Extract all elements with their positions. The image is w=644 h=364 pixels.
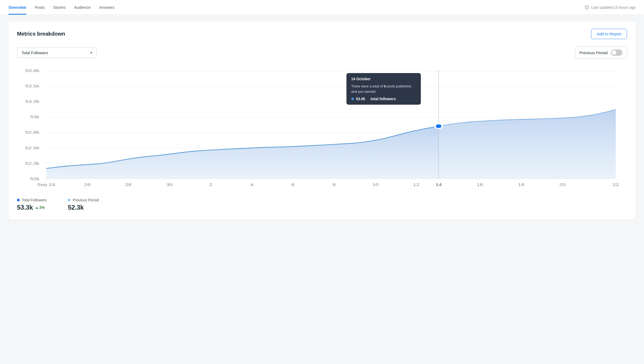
svg-text:8: 8	[332, 182, 336, 187]
controls-row: Total Followers ▾ Previous Period	[17, 46, 627, 59]
svg-text:Sep 24: Sep 24	[37, 182, 56, 187]
svg-text:18: 18	[518, 182, 524, 187]
svg-text:52k: 52k	[30, 177, 40, 181]
svg-text:53.5k: 53.5k	[25, 84, 40, 88]
svg-text:6: 6	[291, 182, 294, 187]
svg-text:52.8k: 52.8k	[25, 130, 40, 134]
tab-answers[interactable]: Answers	[99, 0, 115, 15]
svg-text:52.3k: 52.3k	[25, 161, 40, 165]
svg-text:52.5k: 52.5k	[25, 146, 40, 150]
svg-text:16: 16	[477, 182, 483, 187]
legend-previous-period: Previous Period 52.3k	[68, 198, 99, 211]
clock-icon	[585, 5, 589, 10]
metric-select[interactable]: Total Followers ▾	[17, 48, 97, 58]
previous-period-dot	[68, 199, 70, 201]
svg-text:28: 28	[125, 182, 131, 187]
tab-audience[interactable]: Audience	[74, 0, 91, 15]
legend-total-followers: Total Followers 53.3k ▲ 2%	[17, 198, 46, 211]
previous-period-value: 52.3k	[68, 204, 84, 211]
card-header: Metrics breakdown Add to Report	[17, 29, 627, 39]
tab-stories[interactable]: Stories	[53, 0, 66, 15]
svg-text:4: 4	[251, 182, 254, 187]
tab-posts[interactable]: Posts	[35, 0, 45, 15]
previous-period-control: Previous Period	[575, 46, 627, 59]
total-followers-value: 53.3k	[17, 204, 33, 211]
legend-row: Total Followers 53.3k ▲ 2% Previous Peri…	[17, 194, 627, 211]
svg-text:12: 12	[413, 182, 419, 187]
previous-period-toggle[interactable]	[611, 49, 622, 56]
card-title: Metrics breakdown	[17, 31, 65, 37]
total-followers-change: ▲ 2%	[35, 205, 45, 210]
chart-container: 53.8k 53.5k 53.3k 53k 52.8k 52.5k 52.3k …	[17, 65, 627, 187]
svg-text:20: 20	[559, 182, 566, 187]
svg-text:26: 26	[84, 182, 91, 187]
svg-text:22: 22	[613, 182, 619, 187]
metrics-card: Metrics breakdown Add to Report Total Fo…	[9, 21, 635, 220]
svg-text:53.8k: 53.8k	[25, 69, 40, 73]
chart-svg: 53.8k 53.5k 53.3k 53k 52.8k 52.5k 52.3k …	[17, 65, 627, 187]
tab-overview[interactable]: Overview	[9, 0, 26, 15]
svg-text:30: 30	[166, 182, 173, 187]
svg-text:53k: 53k	[30, 115, 40, 119]
svg-text:10: 10	[372, 182, 379, 187]
nav-tabs: Overview Posts Stories Audience Answers	[9, 0, 115, 15]
last-updated: Last updated 19 hours ago	[585, 5, 635, 10]
total-followers-dot	[17, 199, 20, 201]
add-to-report-button[interactable]: Add to Report	[591, 29, 627, 39]
nav-bar: Overview Posts Stories Audience Answers …	[0, 0, 644, 15]
svg-text:2: 2	[209, 182, 212, 187]
svg-text:14: 14	[435, 182, 442, 187]
chevron-down-icon: ▾	[90, 50, 92, 55]
svg-text:53.3k: 53.3k	[25, 99, 40, 104]
svg-point-18	[435, 124, 442, 129]
